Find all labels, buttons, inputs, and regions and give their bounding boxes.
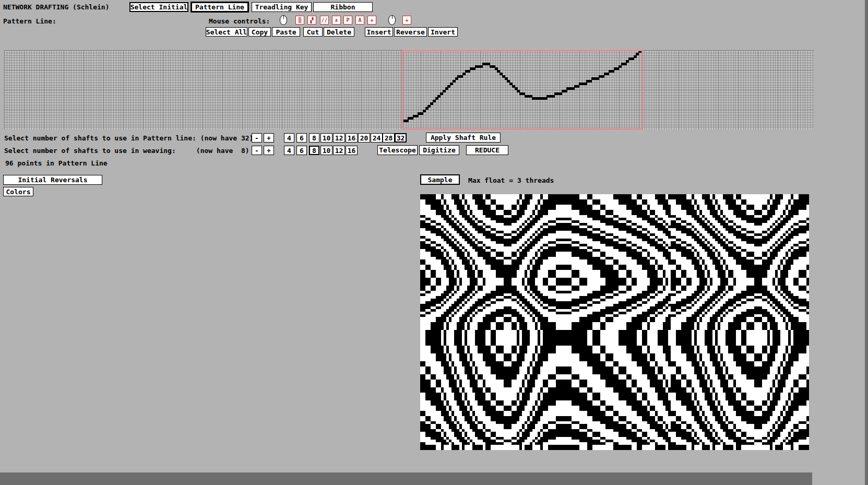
tab-select-initial[interactable]: Select Initial [129, 2, 188, 12]
weaving-4-button[interactable]: 4 [284, 146, 294, 155]
shaft-rule-label: Select number of shafts to use in Patter… [4, 134, 253, 142]
digitize-button[interactable]: Digitize [419, 145, 459, 155]
shafts-4-button[interactable]: 4 [284, 133, 294, 143]
shafts-8-button[interactable]: 8 [309, 133, 319, 143]
weaving-8-button[interactable]: 8 [309, 146, 319, 155]
draw-curve-icon[interactable]: ▞ [307, 16, 316, 25]
app-window: NETWORK DRAFTING (Schlein) Select Initia… [0, 0, 868, 485]
mouse-controls-label: Mouse controls: [209, 17, 270, 25]
shafts-20-button[interactable]: 20 [358, 133, 370, 143]
colors-button[interactable]: Colors [3, 187, 33, 196]
arc-icon[interactable]: A [355, 16, 364, 25]
pattern-line-grid[interactable] [4, 50, 814, 129]
weaving-6-button[interactable]: 6 [296, 146, 307, 155]
shafts-28-button[interactable]: 28 [383, 133, 395, 143]
select-all-button[interactable]: Select All [206, 27, 247, 37]
right-edge-strip [865, 0, 868, 485]
reverse-button[interactable]: Reverse [394, 27, 427, 37]
weaving-minus-button[interactable]: - [252, 146, 262, 155]
shafts-24-button[interactable]: 24 [371, 133, 383, 143]
tab-ribbon[interactable]: Ribbon [313, 2, 373, 12]
shafts-16-button[interactable]: 16 [346, 133, 358, 143]
shafts-6-button[interactable]: 6 [296, 133, 307, 143]
sample-button[interactable]: Sample [420, 174, 460, 185]
app-title: NETWORK DRAFTING (Schlein) [3, 3, 110, 11]
bottom-scroll-strip[interactable] [0, 472, 812, 485]
weaving-16-button[interactable]: 16 [346, 146, 358, 155]
cut-button[interactable]: Cut [303, 27, 323, 37]
grid-plus-icon[interactable]: + [367, 16, 376, 25]
pattern-line-label: Pattern Line: [3, 17, 56, 25]
insert-button[interactable]: Insert [365, 27, 393, 37]
weaving-shafts-label: Select number of shafts to use in weavin… [4, 147, 249, 155]
telescope-button[interactable]: Telescope [377, 145, 418, 155]
apply-shaft-rule-button[interactable]: Apply Shaft Rule [426, 133, 501, 143]
initial-reversals-button[interactable]: Initial Reversals [3, 175, 102, 185]
points-status: 96 points in Pattern Line [5, 159, 108, 167]
shafts-12-button[interactable]: 12 [333, 133, 345, 143]
shafts-minus-button[interactable]: - [252, 133, 262, 143]
shafts-plus-button[interactable]: + [264, 133, 274, 143]
weaving-10-button[interactable]: 10 [320, 146, 332, 155]
shafts-32-button[interactable]: 32 [395, 133, 407, 143]
tab-treadling-key[interactable]: Treadling Key [252, 2, 312, 12]
peak-icon[interactable]: ∧ [332, 16, 341, 25]
invert-button[interactable]: Invert [428, 27, 458, 37]
hatch-lines-icon[interactable]: // [320, 16, 329, 25]
copy-button[interactable]: Copy [248, 27, 271, 37]
mouse-right-icon [388, 15, 396, 25]
shafts-10-button[interactable]: 10 [320, 133, 332, 143]
weave-sample-preview [420, 194, 809, 450]
tab-pattern-line[interactable]: Pattern Line [191, 2, 249, 13]
weaving-12-button[interactable]: 12 [333, 146, 345, 155]
draw-freehand-icon[interactable]: ▒ [295, 16, 304, 25]
max-float-label: Max float = 3 threads [468, 176, 554, 184]
weaving-plus-button[interactable]: + [264, 146, 274, 155]
reduce-button[interactable]: REDUCE [466, 145, 508, 155]
delete-button[interactable]: Delete [324, 27, 354, 37]
mouse-left-icon [280, 15, 287, 25]
grid-plus-2-icon[interactable]: + [402, 16, 411, 25]
parabola-icon[interactable]: P [343, 16, 352, 25]
paste-button[interactable]: Paste [272, 27, 300, 37]
